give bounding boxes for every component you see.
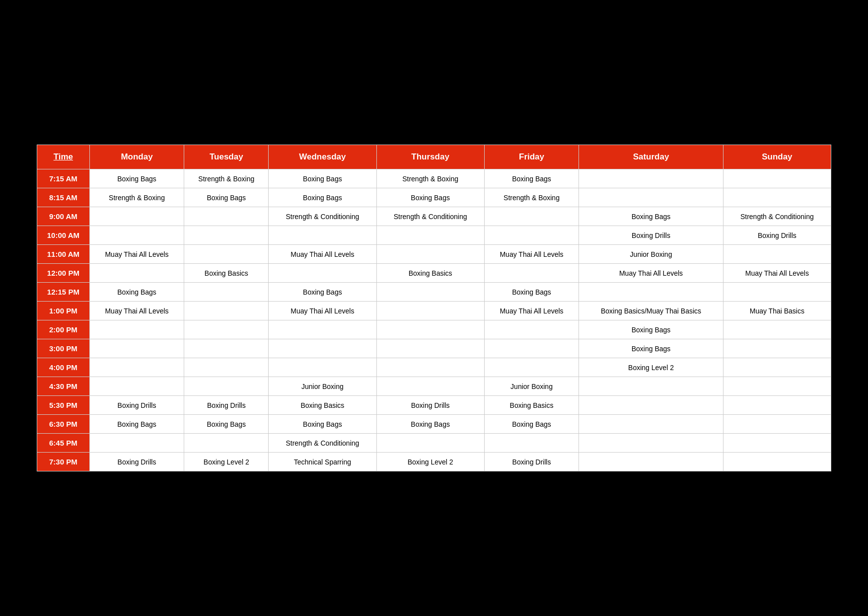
class-cell[interactable]: Strength & Boxing <box>184 169 269 188</box>
table-row: 7:15 AMBoxing BagsStrength & BoxingBoxin… <box>37 169 831 188</box>
class-cell[interactable]: Boxing Basics <box>376 264 484 283</box>
class-cell[interactable]: Muay Thai Basics <box>723 302 831 320</box>
class-cell[interactable]: Strength & Conditioning <box>269 207 376 226</box>
class-cell <box>184 283 269 302</box>
class-cell <box>376 339 484 358</box>
class-cell <box>484 320 579 339</box>
class-cell[interactable]: Boxing Basics <box>269 396 376 415</box>
col-header-tuesday: Tuesday <box>184 145 269 169</box>
class-cell[interactable]: Boxing Level 2 <box>579 358 723 377</box>
class-cell[interactable]: Boxing Bags <box>484 169 579 188</box>
class-cell <box>184 339 269 358</box>
class-cell[interactable]: Boxing Drills <box>723 226 831 245</box>
time-cell: 8:15 AM <box>37 188 90 207</box>
class-cell[interactable]: Strength & Boxing <box>376 169 484 188</box>
col-header-wednesday: Wednesday <box>269 145 376 169</box>
class-cell <box>376 358 484 377</box>
class-cell[interactable]: Muay Thai All Levels <box>89 302 184 320</box>
time-cell: 6:30 PM <box>37 415 90 434</box>
class-cell <box>184 207 269 226</box>
class-cell <box>89 264 184 283</box>
class-cell <box>89 320 184 339</box>
class-cell[interactable]: Boxing Level 2 <box>376 453 484 471</box>
class-cell[interactable]: Muay Thai All Levels <box>484 245 579 264</box>
table-row: 8:15 AMStrength & BoxingBoxing BagsBoxin… <box>37 188 831 207</box>
class-cell[interactable]: Muay Thai All Levels <box>269 302 376 320</box>
class-cell[interactable]: Boxing Drills <box>184 396 269 415</box>
class-cell[interactable]: Boxing Drills <box>376 396 484 415</box>
class-cell <box>579 415 723 434</box>
class-cell[interactable]: Boxing Bags <box>184 188 269 207</box>
col-header-thursday: Thursday <box>376 145 484 169</box>
class-cell[interactable]: Boxing Bags <box>269 283 376 302</box>
class-cell <box>376 283 484 302</box>
class-cell[interactable]: Boxing Basics <box>484 396 579 415</box>
class-cell <box>184 377 269 396</box>
class-cell[interactable]: Strength & Boxing <box>484 188 579 207</box>
table-row: 2:00 PMBoxing Bags <box>37 320 831 339</box>
class-cell <box>723 339 831 358</box>
class-cell <box>723 188 831 207</box>
class-cell[interactable]: Muay Thai All Levels <box>579 264 723 283</box>
class-cell[interactable]: Muay Thai All Levels <box>484 302 579 320</box>
class-cell[interactable]: Boxing Bags <box>89 415 184 434</box>
class-cell <box>89 377 184 396</box>
class-cell[interactable]: Strength & Conditioning <box>376 207 484 226</box>
class-cell[interactable]: Boxing Bags <box>579 320 723 339</box>
class-cell[interactable]: Boxing Level 2 <box>184 453 269 471</box>
schedule-container: TimeMondayTuesdayWednesdayThursdayFriday… <box>37 145 831 471</box>
class-cell[interactable]: Strength & Conditioning <box>723 207 831 226</box>
class-cell[interactable]: Technical Sparring <box>269 453 376 471</box>
class-cell <box>376 434 484 453</box>
class-cell[interactable]: Boxing Bags <box>184 415 269 434</box>
table-row: 10:00 AMBoxing DrillsBoxing Drills <box>37 226 831 245</box>
class-cell[interactable]: Junior Boxing <box>269 377 376 396</box>
class-cell <box>269 226 376 245</box>
class-cell[interactable]: Boxing Basics <box>184 264 269 283</box>
class-cell[interactable]: Boxing Bags <box>376 188 484 207</box>
class-cell[interactable]: Boxing Bags <box>269 415 376 434</box>
class-cell[interactable]: Boxing Bags <box>484 415 579 434</box>
class-cell <box>723 434 831 453</box>
table-row: 5:30 PMBoxing DrillsBoxing DrillsBoxing … <box>37 396 831 415</box>
time-cell: 4:30 PM <box>37 377 90 396</box>
class-cell[interactable]: Boxing Bags <box>269 188 376 207</box>
class-cell[interactable]: Boxing Bags <box>269 169 376 188</box>
class-cell[interactable]: Boxing Drills <box>484 453 579 471</box>
time-cell: 7:15 AM <box>37 169 90 188</box>
time-cell: 2:00 PM <box>37 320 90 339</box>
class-cell[interactable]: Boxing Drills <box>579 226 723 245</box>
class-cell <box>579 283 723 302</box>
class-cell <box>376 320 484 339</box>
class-cell[interactable]: Muay Thai All Levels <box>269 245 376 264</box>
class-cell <box>269 320 376 339</box>
class-cell[interactable]: Boxing Bags <box>579 339 723 358</box>
class-cell[interactable]: Boxing Bags <box>579 207 723 226</box>
class-cell[interactable]: Boxing Basics/Muay Thai Basics <box>579 302 723 320</box>
class-cell[interactable]: Muay Thai All Levels <box>723 264 831 283</box>
class-cell[interactable]: Junior Boxing <box>484 377 579 396</box>
class-cell <box>723 245 831 264</box>
class-cell <box>184 320 269 339</box>
class-cell[interactable]: Boxing Bags <box>376 415 484 434</box>
class-cell <box>579 188 723 207</box>
class-cell[interactable]: Boxing Bags <box>89 283 184 302</box>
class-cell <box>184 245 269 264</box>
class-cell <box>89 226 184 245</box>
time-cell: 3:00 PM <box>37 339 90 358</box>
class-cell[interactable]: Strength & Boxing <box>89 188 184 207</box>
class-cell <box>723 169 831 188</box>
time-cell: 11:00 AM <box>37 245 90 264</box>
table-row: 4:30 PMJunior BoxingJunior Boxing <box>37 377 831 396</box>
class-cell[interactable]: Boxing Drills <box>89 453 184 471</box>
class-cell[interactable]: Boxing Drills <box>89 396 184 415</box>
class-cell <box>723 320 831 339</box>
col-header-saturday: Saturday <box>579 145 723 169</box>
class-cell[interactable]: Muay Thai All Levels <box>89 245 184 264</box>
class-cell[interactable]: Boxing Bags <box>89 169 184 188</box>
class-cell[interactable]: Boxing Bags <box>484 283 579 302</box>
class-cell[interactable]: Strength & Conditioning <box>269 434 376 453</box>
col-header-monday: Monday <box>89 145 184 169</box>
class-cell[interactable]: Junior Boxing <box>579 245 723 264</box>
class-cell <box>269 264 376 283</box>
